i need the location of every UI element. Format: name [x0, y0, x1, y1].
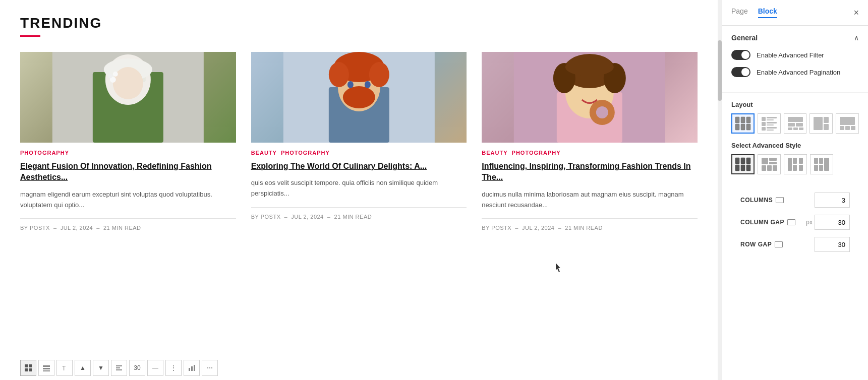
sidebar-panel: Page Block × General ∧ Enable Advanced F… [722, 0, 868, 380]
svg-point-5 [113, 67, 143, 99]
svg-rect-69 [735, 158, 739, 164]
svg-rect-35 [116, 365, 122, 366]
layout-option-1[interactable] [731, 113, 755, 134]
svg-rect-61 [799, 128, 803, 130]
layout-option-4[interactable] [809, 113, 833, 134]
svg-rect-56 [788, 117, 803, 122]
toggle-row-filter: Enable Advanced Filter [731, 50, 859, 60]
svg-point-13 [328, 62, 349, 87]
layout-section: Layout [722, 93, 868, 275]
adv-style-option-4[interactable] [810, 154, 833, 174]
toolbar-chart-btn[interactable] [184, 360, 200, 376]
svg-rect-79 [767, 165, 772, 171]
svg-rect-31 [43, 365, 50, 367]
svg-point-16 [347, 81, 353, 88]
bottom-toolbar: T ▲ ▼ 30 — ⋮ ⋯ [20, 360, 218, 376]
toolbar-up-btn[interactable]: ▲ [75, 360, 91, 376]
svg-rect-66 [840, 126, 844, 130]
enable-pagination-label: Enable Advanced Pagination [757, 69, 840, 76]
row-gap-input[interactable] [815, 237, 850, 252]
adv-style-option-2[interactable] [758, 154, 781, 174]
svg-rect-32 [43, 368, 50, 369]
svg-point-17 [364, 81, 370, 88]
tab-page[interactable]: Page [731, 7, 748, 18]
svg-rect-71 [746, 158, 750, 164]
toolbar-more-btn[interactable]: ⋯ [202, 360, 218, 376]
svg-point-14 [369, 62, 389, 87]
scrollbar-track[interactable] [718, 0, 722, 380]
svg-rect-86 [814, 158, 818, 164]
enable-pagination-toggle[interactable] [731, 67, 750, 77]
svg-rect-55 [767, 130, 774, 131]
toolbar-text-btn[interactable]: T [56, 360, 73, 376]
svg-rect-29 [25, 368, 28, 371]
toolbar-div2-btn[interactable]: ⋮ [165, 360, 182, 376]
svg-point-7 [108, 74, 112, 78]
post-category: PHOTOGRAPHY [281, 150, 330, 156]
post-title-3[interactable]: Influencing, Inspiring, Transforming Fas… [482, 161, 698, 183]
post-categories-2: BEAUTY PHOTOGRAPHY [251, 150, 467, 156]
post-title-1[interactable]: Elegant Fusion Of Innovation, Redefining… [20, 161, 236, 183]
enable-filter-toggle[interactable] [731, 50, 750, 60]
svg-rect-74 [746, 165, 750, 171]
monitor-icon-column-gap [787, 219, 795, 225]
svg-point-15 [342, 86, 375, 108]
layout-option-5[interactable] [836, 113, 859, 134]
panel-tabs: Page Block [731, 7, 777, 18]
chevron-up-icon[interactable]: ∧ [854, 34, 859, 42]
svg-rect-42 [741, 117, 745, 123]
scrollbar-thumb[interactable] [718, 40, 722, 101]
panel-close-button[interactable]: × [853, 8, 859, 18]
svg-rect-27 [25, 364, 28, 367]
toolbar-align-btn[interactable] [111, 360, 127, 376]
fields-section: COLUMNS COLUMN GAP px ROW GAP [731, 184, 859, 267]
columns-label-group: COLUMNS [740, 197, 784, 204]
svg-rect-39 [191, 366, 193, 371]
adv-style-option-3[interactable] [784, 154, 807, 174]
post-image-1 [20, 52, 236, 143]
column-gap-unit: px [806, 219, 813, 226]
svg-point-24 [565, 58, 614, 76]
svg-rect-80 [773, 165, 777, 171]
svg-rect-47 [762, 117, 766, 121]
row-gap-label-group: ROW GAP [740, 241, 783, 248]
layout-options [731, 113, 859, 134]
advanced-style-label: Select Advanced Style [731, 142, 859, 149]
toolbar-div1-btn[interactable]: — [147, 360, 163, 376]
advanced-style-options [731, 154, 859, 174]
svg-rect-62 [814, 117, 823, 130]
svg-rect-78 [762, 165, 766, 171]
adv-style-option-1[interactable] [731, 154, 755, 174]
svg-rect-73 [741, 165, 745, 171]
layout-option-3[interactable] [784, 113, 807, 134]
svg-rect-63 [824, 117, 829, 123]
toolbar-num-btn[interactable]: 30 [129, 360, 145, 376]
posts-grid: PHOTOGRAPHY Elegant Fusion Of Innovation… [20, 52, 698, 231]
columns-input[interactable] [815, 193, 850, 208]
post-category: BEAUTY [482, 150, 507, 156]
toolbar-grid2-btn[interactable] [38, 360, 54, 376]
svg-rect-72 [735, 165, 739, 171]
svg-rect-81 [788, 158, 792, 171]
tab-block[interactable]: Block [758, 7, 777, 18]
svg-rect-64 [824, 124, 829, 130]
svg-rect-65 [840, 117, 855, 125]
post-image-2 [251, 52, 467, 143]
toolbar-grid1-btn[interactable] [20, 360, 36, 376]
svg-rect-54 [767, 127, 777, 129]
svg-rect-38 [189, 368, 190, 371]
layout-option-2[interactable] [758, 113, 781, 134]
svg-rect-59 [788, 128, 792, 130]
svg-rect-43 [746, 117, 750, 123]
post-divider-2 [251, 207, 467, 208]
panel-header: Page Block × [722, 0, 868, 26]
svg-point-26 [596, 106, 608, 118]
svg-rect-90 [824, 158, 829, 171]
column-gap-input[interactable] [815, 215, 850, 230]
post-title-2[interactable]: Exploring The World Of Culinary Delights… [251, 161, 467, 172]
post-excerpt-2: quis eos velit suscipit tempore. quia of… [251, 178, 467, 199]
toolbar-down-btn[interactable]: ▼ [93, 360, 109, 376]
post-meta-3: BY POSTX – JUL 2, 2024 – 21 MIN READ [482, 225, 698, 231]
svg-rect-36 [116, 367, 120, 368]
post-category: BEAUTY [251, 150, 277, 156]
